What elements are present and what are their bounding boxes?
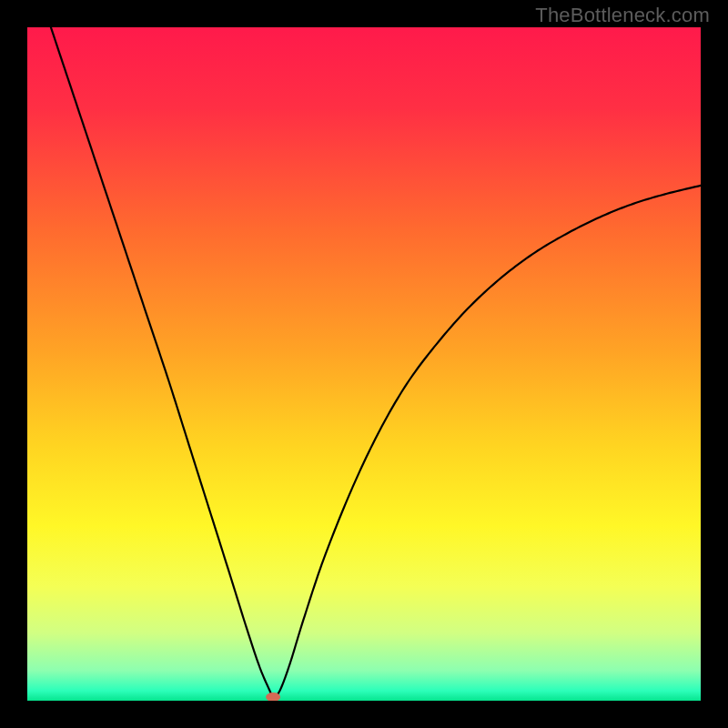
- plot-area: [27, 27, 701, 701]
- chart-svg: [27, 27, 701, 701]
- gradient-background: [27, 27, 701, 701]
- chart-frame: TheBottleneck.com: [0, 0, 728, 728]
- watermark-text: TheBottleneck.com: [535, 4, 710, 27]
